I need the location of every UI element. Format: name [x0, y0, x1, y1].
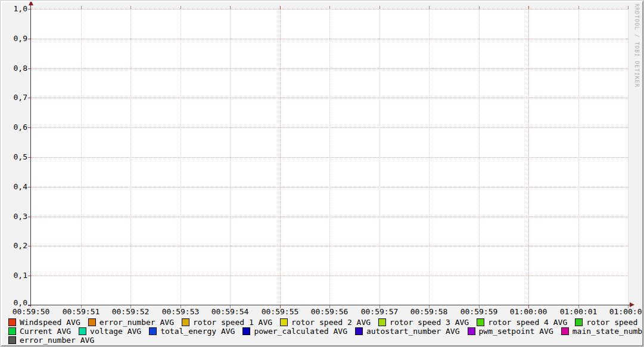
legend-item: total_energy AVG — [149, 327, 235, 336]
x-axis-top-tick — [479, 6, 480, 9]
legend-series-label: rotor speed 3 AVG — [390, 318, 469, 327]
y-tick-label: 0,0 — [1, 298, 27, 308]
x-grid-line — [429, 9, 430, 305]
x-tick-label: 00:59:54 — [206, 307, 254, 316]
legend-item: rotor speed 2 AVG — [280, 318, 371, 327]
x-grid-line — [130, 9, 131, 305]
legend-item: error_number AVG — [88, 318, 174, 327]
legend-series-label: rotor speed 5 AVG — [586, 318, 644, 327]
y-tick-label: 0,3 — [1, 212, 27, 221]
legend-series-label: Windspeed AVG — [20, 318, 80, 327]
legend-series-label: rotor speed 2 AVG — [291, 318, 371, 327]
legend-series-label: rotor speed 1 AVG — [193, 318, 272, 327]
x-grid-line — [280, 9, 281, 305]
legend-series-label: main_state_number AVG — [573, 327, 644, 336]
x-axis-top-tick — [81, 6, 82, 9]
x-axis-arrow — [630, 302, 634, 307]
legend-color-swatch — [477, 318, 484, 326]
y-axis-arrow — [29, 1, 33, 5]
legend-item: rotor speed 1 AVG — [182, 318, 272, 327]
legend-series-label: power_calculated AVG — [254, 327, 347, 336]
x-axis-top-tick — [528, 6, 529, 9]
y-tick-label: 0,1 — [1, 271, 27, 280]
legend-series-label: autostart_number AVG — [366, 327, 460, 336]
legend: Windspeed AVGerror_number AVGrotor speed… — [1, 318, 644, 345]
legend-series-label: Current AVG — [20, 327, 71, 336]
legend-item: rotor speed 3 AVG — [378, 318, 469, 327]
x-tick-label: 00:59:50 — [7, 307, 55, 316]
legend-item: rotor speed 4 AVG — [477, 318, 567, 327]
x-tick-label: 00:59:55 — [256, 307, 304, 316]
x-grid-line — [379, 9, 380, 305]
x-axis-top-tick — [230, 6, 231, 9]
legend-item: voltage AVG — [79, 327, 141, 336]
x-axis-top-tick — [628, 6, 629, 9]
y-tick-label: 1,0 — [1, 4, 27, 14]
legend-item: main_state_number AVG — [561, 327, 644, 336]
x-axis-line — [28, 305, 630, 305]
legend-item: rotor speed 5 AVG — [575, 318, 644, 327]
y-tick-label: 0,2 — [1, 241, 27, 251]
y-tick-label: 0,9 — [1, 34, 27, 43]
legend-item: pwm_setpoint AVG — [468, 327, 553, 336]
x-grid-line — [81, 9, 82, 305]
legend-color-swatch — [182, 318, 189, 326]
y-tick-label: 0,7 — [1, 93, 27, 102]
legend-series-label: pwm_setpoint AVG — [479, 327, 553, 336]
y-tick-label: 0,5 — [1, 152, 27, 162]
legend-item: autostart_number AVG — [355, 327, 460, 336]
x-axis-top-tick — [181, 6, 181, 9]
x-tick-label: 00:59:53 — [157, 307, 204, 316]
x-tick-label: 00:59:57 — [356, 307, 403, 316]
legend-color-swatch — [355, 327, 363, 335]
legend-color-swatch — [468, 327, 475, 335]
x-tick-label: 00:59:58 — [405, 307, 453, 316]
x-axis-top-tick — [429, 6, 430, 9]
x-grid-line — [479, 9, 480, 305]
x-grid-line — [329, 9, 330, 305]
x-axis-top-tick — [379, 6, 380, 9]
legend-series-label: rotor speed 4 AVG — [488, 318, 567, 327]
y-tick-label: 0,4 — [1, 182, 27, 192]
x-grid-line — [528, 9, 529, 305]
legend-row: error_number AVG — [1, 336, 644, 345]
y-tick-label: 0,6 — [1, 123, 27, 132]
legend-color-swatch — [8, 318, 16, 326]
legend-series-label: error_number AVG — [99, 318, 174, 327]
legend-item: Current AVG — [8, 327, 71, 336]
y-tick-label: 0,8 — [1, 64, 27, 73]
x-tick-label: 01:00:02 — [604, 307, 644, 316]
legend-row: Current AVGvoltage AVGtotal_energy AVGpo… — [1, 327, 644, 336]
x-tick-label: 01:00:00 — [505, 307, 552, 316]
x-tick-label: 00:59:51 — [57, 307, 105, 316]
x-tick-label: 00:59:52 — [107, 307, 154, 316]
legend-color-swatch — [280, 318, 288, 326]
y-axis-line — [30, 4, 31, 307]
x-grid-line — [628, 9, 629, 305]
x-axis-top-tick — [280, 6, 281, 9]
legend-color-swatch — [149, 327, 157, 335]
legend-row: Windspeed AVGerror_number AVGrotor speed… — [1, 318, 644, 327]
legend-series-label: voltage AVG — [90, 327, 141, 336]
legend-series-label: total_energy AVG — [160, 327, 235, 336]
legend-item: error_number AVG — [8, 336, 94, 345]
legend-color-swatch — [79, 327, 86, 335]
x-axis-top-tick — [130, 6, 131, 9]
watermark-text: RRDTOOL / TOBI OETIKER — [634, 4, 640, 87]
legend-item: power_calculated AVG — [242, 327, 347, 336]
legend-color-swatch — [8, 327, 16, 335]
legend-color-swatch — [242, 327, 250, 335]
x-tick-label: 00:59:59 — [455, 307, 503, 316]
x-grid-line — [181, 9, 181, 305]
x-tick-label: 01:00:01 — [555, 307, 602, 316]
legend-color-swatch — [575, 318, 583, 326]
x-axis-top-tick — [329, 6, 330, 9]
legend-color-swatch — [88, 318, 96, 326]
legend-color-swatch — [561, 327, 569, 335]
rrdtool-graph: 1,00,90,80,70,60,50,40,30,20,10,000:59:5… — [0, 0, 644, 347]
legend-item: Windspeed AVG — [8, 318, 80, 327]
x-axis-top-tick — [578, 6, 579, 9]
x-grid-line — [230, 9, 231, 305]
x-tick-label: 00:59:56 — [306, 307, 353, 316]
legend-color-swatch — [8, 336, 16, 344]
